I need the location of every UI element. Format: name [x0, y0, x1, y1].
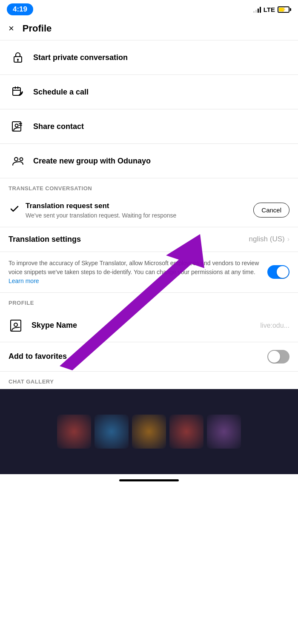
- lock-chat-icon: [9, 48, 27, 67]
- svg-point-14: [14, 323, 17, 326]
- share-contact-label: Share contact: [33, 122, 84, 131]
- group-add-icon: [9, 152, 27, 170]
- create-group-label: Create new group with Odunayo: [33, 157, 151, 166]
- translation-settings-row[interactable]: Translation settings nglish (US) ›: [0, 227, 298, 252]
- gallery-thumb-3: [132, 415, 166, 449]
- chat-gallery-header: CHAT GALLERY: [0, 372, 298, 389]
- svg-point-8: [15, 124, 18, 127]
- favorites-toggle[interactable]: [267, 350, 289, 364]
- permission-text: To improve the accuracy of Skype Transla…: [9, 259, 261, 286]
- toggle-knob: [277, 266, 289, 278]
- gallery-thumb-2: [95, 415, 129, 449]
- chat-gallery-strip[interactable]: [0, 389, 298, 474]
- learn-more-link[interactable]: Learn more: [9, 278, 39, 284]
- menu-item-private-conversation[interactable]: Start private conversation: [0, 40, 298, 75]
- skype-name-icon: [9, 317, 26, 334]
- translation-settings-value: nglish (US): [249, 235, 285, 243]
- add-to-favorites-label: Add to favorites: [9, 352, 267, 361]
- svg-point-11: [14, 157, 18, 161]
- share-person-icon: [9, 117, 27, 136]
- page-title: Profile: [23, 23, 52, 34]
- page-header: × Profile: [0, 19, 298, 40]
- battery-icon: ⚡: [278, 6, 291, 13]
- gallery-thumb-4: [169, 415, 203, 449]
- menu-item-share-contact[interactable]: Share contact: [0, 109, 298, 144]
- permission-block: To improve the accuracy of Skype Transla…: [0, 252, 298, 293]
- translation-request-subtitle: We've sent your translation request. Wai…: [26, 212, 249, 220]
- skype-name-value: live:odu...: [261, 322, 289, 329]
- gallery-thumb-1: [57, 415, 91, 449]
- chevron-right-icon: ›: [287, 235, 289, 243]
- translation-request-row: Translation request sent We've sent your…: [0, 195, 298, 227]
- menu-item-schedule-call[interactable]: Schedule a call: [0, 75, 298, 109]
- checkmark-icon: [9, 203, 20, 215]
- skype-name-row: Skype Name live:odu...: [0, 309, 298, 342]
- status-bar: 4:19 LTE ⚡: [0, 0, 298, 19]
- home-bar: [119, 479, 179, 481]
- status-right: LTE ⚡: [253, 6, 291, 13]
- translation-request-title: Translation request sent: [26, 202, 249, 210]
- profile-section-header: PROFILE: [0, 293, 298, 309]
- favorites-toggle-knob: [268, 351, 280, 363]
- skype-name-label: Skype Name: [32, 321, 261, 330]
- add-to-favorites-row: Add to favorites: [0, 342, 298, 372]
- translation-settings-label: Translation settings: [9, 235, 249, 244]
- gallery-thumb-5: [207, 415, 241, 449]
- lte-label: LTE: [264, 6, 275, 13]
- private-conversation-label: Start private conversation: [33, 53, 128, 62]
- permission-toggle[interactable]: [267, 265, 289, 279]
- signal-bars-icon: [253, 6, 261, 13]
- cancel-translation-button[interactable]: Cancel: [253, 203, 289, 218]
- calendar-phone-icon: [9, 83, 27, 101]
- status-time: 4:19: [7, 3, 33, 15]
- svg-point-12: [20, 158, 23, 161]
- close-button[interactable]: ×: [9, 24, 14, 33]
- home-indicator: [0, 474, 298, 485]
- translate-section-header: TRANSLATE CONVERSATION: [0, 178, 298, 195]
- translation-request-content: Translation request sent We've sent your…: [26, 202, 249, 220]
- schedule-call-label: Schedule a call: [33, 88, 89, 97]
- menu-item-create-group[interactable]: Create new group with Odunayo: [0, 144, 298, 178]
